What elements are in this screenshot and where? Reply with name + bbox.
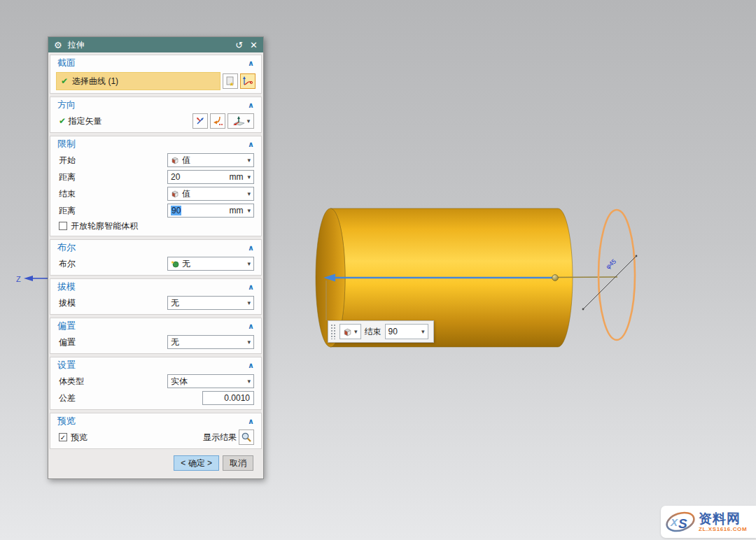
boolean-none-icon: ★: [171, 260, 179, 268]
collapse-chevron-icon[interactable]: ∧: [248, 243, 254, 253]
check-icon: ✔: [61, 76, 68, 86]
diameter-dimension[interactable]: φ45: [582, 255, 638, 311]
limits-group-header[interactable]: 限制 ∧: [50, 136, 261, 152]
dropdown-caret-icon: ▾: [421, 329, 425, 335]
body-type-dropdown[interactable]: 实体 ▾: [167, 374, 254, 388]
start-mode-value: 值: [182, 155, 244, 166]
draft-value: 无: [171, 297, 244, 309]
body-type-label: 体类型: [59, 376, 84, 388]
end-distance-unit: mm: [229, 206, 243, 215]
collapse-chevron-icon[interactable]: ∧: [248, 417, 254, 426]
preview-group-header[interactable]: 预览 ∧: [50, 413, 261, 429]
axis-segment: [556, 277, 617, 278]
section-header-label: 截面: [57, 57, 76, 69]
dropdown-caret-icon: ▾: [354, 329, 358, 335]
ok-button[interactable]: < 确定 >: [174, 455, 219, 471]
preview-group: 预览 ∧ ✓ 预览 显示结果: [50, 413, 262, 449]
boolean-header-label: 布尔: [57, 241, 76, 254]
end-distance-value: 90: [388, 327, 421, 336]
application-viewport: Z φ45: [0, 0, 756, 540]
dropdown-caret-icon: ▾: [247, 300, 251, 306]
close-button[interactable]: ✕: [250, 41, 258, 50]
open-profile-checkbox[interactable]: [59, 222, 67, 230]
svg-text:S: S: [678, 516, 687, 531]
preview-checkbox[interactable]: ✓: [59, 433, 67, 441]
collapse-chevron-icon[interactable]: ∧: [248, 59, 254, 68]
tolerance-label: 公差: [59, 392, 76, 404]
face-normal-icon: [232, 115, 246, 127]
limits-header-label: 限制: [57, 138, 76, 150]
specify-vector-label: ✔ 指定矢量: [59, 115, 102, 127]
draft-label: 拔模: [59, 297, 76, 309]
section-group-header[interactable]: 截面 ∧: [50, 55, 261, 71]
draft-group-header[interactable]: 拔模 ∧: [50, 279, 261, 294]
collapse-chevron-icon[interactable]: ∧: [248, 361, 254, 370]
reverse-direction-button[interactable]: [210, 113, 225, 129]
settings-group-header[interactable]: 设置 ∧: [50, 357, 261, 373]
vector-dialog-button[interactable]: [192, 113, 208, 129]
select-region-button[interactable]: ★: [223, 73, 238, 89]
collapse-chevron-icon[interactable]: ∧: [248, 101, 254, 110]
preview-header-label: 预览: [57, 415, 76, 427]
end-distance-label: 距离: [59, 205, 76, 217]
dialog-titlebar[interactable]: ⚙ 拉伸 ↺ ✕: [48, 37, 263, 52]
start-distance-value: 20: [171, 172, 226, 182]
select-curve-field[interactable]: ✔ 选择曲线 (1): [56, 72, 220, 90]
watermark-badge: X S 资料网 ZL.XS1616.COM: [661, 506, 756, 538]
offset-label: 偏置: [59, 336, 76, 348]
draft-dropdown[interactable]: 无 ▾: [167, 296, 254, 310]
value-cube-icon: [343, 327, 352, 336]
draft-header-label: 拔模: [57, 280, 76, 293]
dialog-footer: < 确定 > 取消: [50, 452, 262, 476]
limits-group: 限制 ∧ 开始 值 ▾ 距离: [50, 136, 262, 236]
reset-button[interactable]: ↺: [235, 41, 243, 50]
offset-header-label: 偏置: [57, 320, 76, 332]
cancel-button[interactable]: 取消: [223, 455, 253, 471]
start-distance-label: 距离: [59, 171, 76, 183]
settings-header-label: 设置: [57, 359, 76, 371]
boolean-value: 无: [182, 258, 244, 270]
dialog-title: 拉伸: [68, 39, 85, 51]
svg-text:★: ★: [230, 81, 234, 87]
end-mode-value: 值: [182, 188, 244, 200]
offset-group-header[interactable]: 偏置 ∧: [50, 318, 261, 334]
end-distance-field[interactable]: 90 mm ▾: [167, 204, 254, 218]
direction-group-header[interactable]: 方向 ∧: [50, 97, 261, 113]
distance-drag-handle[interactable]: [552, 275, 559, 281]
dropdown-caret-icon: ▾: [247, 261, 251, 267]
open-profile-label: 开放轮廓智能体积: [71, 220, 138, 232]
dropdown-caret-icon: ▾: [247, 118, 251, 125]
dropdown-caret-icon: ▾: [247, 378, 251, 385]
end-distance-label: 结束: [365, 326, 382, 338]
offset-group: 偏置 ∧ 偏置 无 ▾: [50, 318, 262, 354]
tolerance-field[interactable]: 0.0010: [202, 391, 254, 405]
end-limit-mode-button[interactable]: ▾: [340, 324, 361, 339]
boolean-group-header[interactable]: 布尔 ∧: [50, 240, 261, 255]
magnifier-icon: [241, 432, 252, 443]
select-curve-label: 选择曲线 (1): [72, 76, 118, 87]
start-distance-field[interactable]: 20 mm ▾: [167, 170, 254, 184]
preview-label: 预览: [71, 432, 88, 443]
draft-group: 拔模 ∧ 拔模 无 ▾: [50, 278, 262, 315]
dropdown-caret-icon: ▾: [247, 157, 251, 164]
collapse-chevron-icon[interactable]: ∧: [248, 283, 254, 292]
end-distance-value-selected: 90: [171, 206, 181, 215]
end-distance-dropdown[interactable]: 90 ▾: [385, 324, 428, 339]
vector-method-dropdown[interactable]: ▾: [227, 113, 254, 129]
end-mode-dropdown[interactable]: 值 ▾: [167, 187, 254, 201]
collapse-chevron-icon[interactable]: ∧: [248, 140, 254, 149]
boolean-dropdown[interactable]: ★ 无 ▾: [167, 257, 254, 271]
end-label: 结束: [59, 188, 76, 200]
sketch-curve-button[interactable]: [240, 73, 255, 89]
toolbar-grip-handle[interactable]: [330, 324, 336, 339]
sketch-circle[interactable]: [598, 210, 635, 340]
offset-dropdown[interactable]: 无 ▾: [167, 335, 254, 349]
curve-icon: [242, 76, 253, 87]
show-result-button[interactable]: [239, 429, 254, 445]
collapse-chevron-icon[interactable]: ∧: [248, 322, 254, 331]
settings-group: 设置 ∧ 体类型 实体 ▾ 公差 0.0010: [50, 357, 262, 410]
start-mode-dropdown[interactable]: 值 ▾: [167, 153, 254, 167]
start-label: 开始: [59, 155, 76, 166]
vector-cross-icon: [195, 115, 206, 127]
show-result-label: 显示结果: [203, 432, 237, 443]
